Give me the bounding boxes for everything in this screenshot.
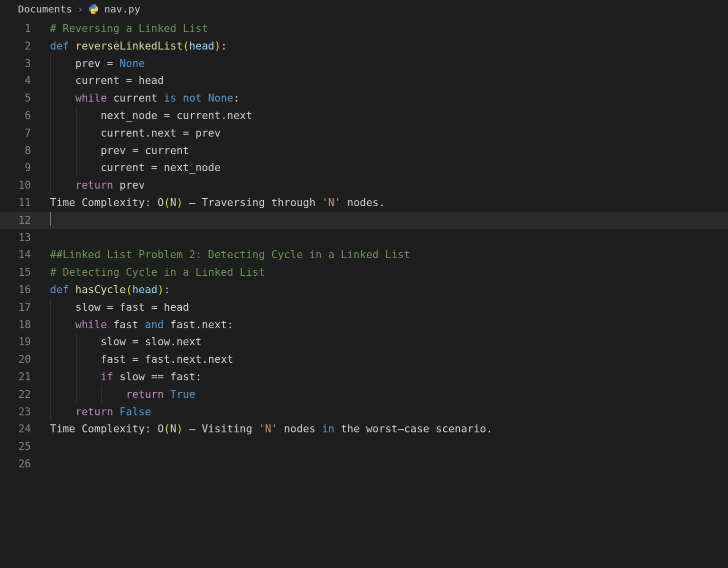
line-number[interactable]: 16 — [0, 281, 50, 299]
line-number[interactable]: 3 — [0, 55, 50, 73]
line-number[interactable]: 14 — [0, 246, 50, 264]
code-content[interactable]: ##Linked List Problem 2: Detecting Cycle… — [50, 246, 410, 264]
breadcrumb-filename[interactable]: nav.py — [104, 3, 140, 15]
line-number[interactable]: 17 — [0, 299, 50, 316]
code-content[interactable] — [50, 212, 51, 230]
code-line[interactable]: 14##Linked List Problem 2: Detecting Cyc… — [0, 246, 728, 264]
code-line[interactable]: 15# Detecting Cycle in a Linked List — [0, 264, 728, 281]
token: is — [164, 92, 176, 104]
code-content[interactable]: return True — [50, 386, 196, 403]
code-line[interactable]: 25 — [0, 438, 728, 455]
breadcrumb[interactable]: Documents › nav.py — [0, 0, 728, 20]
code-content[interactable]: def reverseLinkedList(head): — [50, 38, 227, 55]
line-number[interactable]: 6 — [0, 107, 50, 125]
line-number[interactable]: 18 — [0, 316, 50, 334]
code-content[interactable]: slow = slow.next — [50, 333, 202, 351]
indent-guide — [76, 333, 76, 351]
code-content[interactable]: prev = None — [50, 55, 145, 73]
line-number[interactable]: 19 — [0, 333, 50, 351]
token: def — [50, 284, 69, 296]
code-content[interactable]: current.next = prev — [50, 125, 220, 142]
code-line[interactable]: 7 current.next = prev — [0, 125, 728, 142]
code-line[interactable]: 23 return False — [0, 403, 728, 421]
code-content[interactable]: next_node = current.next — [50, 107, 252, 125]
code-content[interactable]: return prev — [50, 177, 145, 194]
token: fast.next.next — [138, 353, 234, 365]
code-content[interactable]: # Detecting Cycle in a Linked List — [50, 264, 265, 281]
code-line[interactable]: 11Time Complexity: O(N) — Traversing thr… — [0, 194, 728, 212]
code-content[interactable]: return False — [50, 403, 151, 421]
line-number[interactable]: 25 — [0, 438, 50, 455]
code-content[interactable]: fast = fast.next.next — [50, 351, 234, 368]
indent-guide — [50, 212, 51, 230]
code-line[interactable]: 16def hasCycle(head): — [0, 281, 728, 299]
code-line[interactable]: 26 — [0, 455, 728, 473]
code-line[interactable]: 3 prev = None — [0, 55, 728, 73]
token: current.next — [170, 110, 252, 122]
code-line[interactable]: 6 next_node = current.next — [0, 107, 728, 125]
token: = — [151, 301, 158, 313]
line-number[interactable]: 21 — [0, 368, 50, 386]
code-line[interactable]: 4 current = head — [0, 72, 728, 90]
code-line[interactable]: 8 prev = current — [0, 142, 728, 160]
line-number[interactable]: 23 — [0, 403, 50, 421]
line-number[interactable]: 8 — [0, 142, 50, 160]
line-number[interactable]: 24 — [0, 420, 50, 438]
code-content[interactable]: slow = fast = head — [50, 299, 189, 316]
line-number[interactable]: 7 — [0, 125, 50, 142]
code-content[interactable]: Time Complexity: O(N) — Visiting 'N' nod… — [50, 420, 492, 438]
token — [50, 388, 126, 400]
code-line[interactable]: 17 slow = fast = head — [0, 299, 728, 316]
line-number[interactable]: 1 — [0, 20, 50, 38]
line-number[interactable]: 15 — [0, 264, 50, 281]
code-line[interactable]: 2def reverseLinkedList(head): — [0, 38, 728, 55]
code-content[interactable]: if slow == fast: — [50, 368, 202, 386]
line-number[interactable]: 22 — [0, 386, 50, 403]
token: ) — [176, 423, 183, 435]
line-number[interactable]: 11 — [0, 194, 50, 212]
line-number[interactable]: 13 — [0, 229, 50, 247]
code-line[interactable]: 24Time Complexity: O(N) — Visiting 'N' n… — [0, 420, 728, 438]
code-line[interactable]: 18 while fast and fast.next: — [0, 316, 728, 334]
token: def — [50, 40, 69, 52]
token: 'N' — [322, 197, 341, 209]
token — [202, 92, 208, 104]
code-content[interactable]: while fast and fast.next: — [50, 316, 234, 334]
code-content[interactable]: current = head — [50, 72, 164, 90]
line-number[interactable]: 5 — [0, 90, 50, 107]
code-line[interactable]: 1# Reversing a Linked List — [0, 20, 728, 38]
code-line[interactable]: 9 current = next_node — [0, 159, 728, 177]
token — [50, 319, 76, 331]
code-line[interactable]: 5 while current is not None: — [0, 90, 728, 107]
line-number[interactable]: 2 — [0, 38, 50, 55]
token: fast.next: — [164, 319, 234, 331]
code-content[interactable]: while current is not None: — [50, 90, 240, 107]
code-line[interactable]: 13 — [0, 229, 728, 247]
code-line[interactable]: 19 slow = slow.next — [0, 333, 728, 351]
code-editor[interactable]: 1# Reversing a Linked List2def reverseLi… — [0, 20, 728, 473]
line-number[interactable]: 9 — [0, 159, 50, 177]
code-content[interactable]: current = next_node — [50, 159, 220, 177]
code-content[interactable]: prev = current — [50, 142, 189, 160]
code-line[interactable]: 10 return prev — [0, 177, 728, 194]
token: fast: — [164, 371, 202, 383]
token: ( — [183, 40, 190, 52]
code-line[interactable]: 22 return True — [0, 386, 728, 403]
line-number[interactable]: 12 — [0, 212, 50, 229]
token: : — [220, 40, 227, 52]
code-line[interactable]: 21 if slow == fast: — [0, 368, 728, 386]
code-content[interactable]: def hasCycle(head): — [50, 281, 170, 299]
indent-guide — [50, 403, 51, 421]
code-content[interactable]: Time Complexity: O(N) — Traversing throu… — [50, 194, 385, 212]
code-line[interactable]: 12 — [0, 212, 728, 229]
line-number[interactable]: 4 — [0, 72, 50, 90]
token: not — [183, 92, 202, 104]
line-number[interactable]: 20 — [0, 351, 50, 368]
line-number[interactable]: 26 — [0, 455, 50, 473]
breadcrumb-folder[interactable]: Documents — [18, 3, 72, 15]
code-line[interactable]: 20 fast = fast.next.next — [0, 351, 728, 368]
token: N — [170, 423, 176, 435]
line-number[interactable]: 10 — [0, 177, 50, 194]
code-content[interactable]: # Reversing a Linked List — [50, 20, 208, 38]
token: fast — [107, 319, 145, 331]
